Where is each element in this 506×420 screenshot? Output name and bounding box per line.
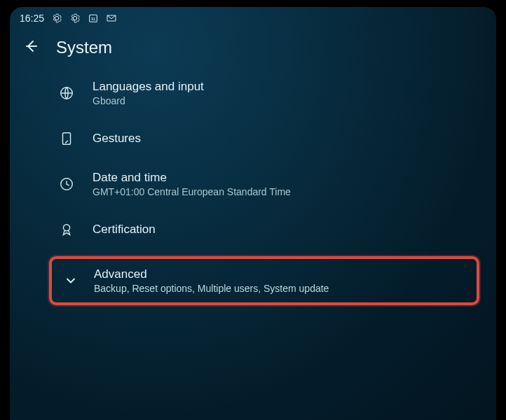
setting-label: Date and time (93, 171, 291, 185)
svg-rect-3 (63, 133, 71, 145)
page-title: System (56, 38, 112, 57)
svg-point-5 (63, 225, 69, 231)
setting-date-time[interactable]: Date and time GMT+01:00 Central European… (52, 161, 489, 207)
clock-icon (59, 176, 74, 192)
setting-label: Languages and input (93, 80, 204, 94)
setting-text: Advanced Backup, Reset options, Multiple… (94, 267, 329, 294)
setting-sublabel: GMT+01:00 Central European Standard Time (93, 186, 291, 197)
setting-languages-input[interactable]: Languages and input Gboard (52, 70, 489, 116)
setting-gestures[interactable]: Gestures (52, 116, 489, 161)
setting-sublabel: Gboard (93, 95, 204, 106)
ribbon-icon (59, 222, 74, 237)
setting-text: Date and time GMT+01:00 Central European… (93, 171, 291, 197)
gmail-icon (106, 13, 117, 24)
device-frame: 16:25 31 System (0, 0, 506, 420)
gestures-icon (59, 131, 74, 146)
highlight-box: Advanced Backup, Reset options, Multiple… (49, 256, 479, 305)
setting-text: Certification (93, 223, 156, 237)
calendar-icon: 31 (88, 13, 99, 24)
chevron-down-icon (63, 273, 78, 288)
back-button[interactable] (22, 38, 39, 57)
status-time: 16:25 (20, 13, 44, 24)
svg-text:31: 31 (91, 17, 96, 21)
status-bar: 16:25 31 (10, 7, 496, 27)
screen: 16:25 31 System (10, 7, 496, 420)
gear-icon (51, 13, 62, 24)
settings-list: Languages and input Gboard Gestures Date… (10, 70, 496, 305)
setting-certification[interactable]: Certification (52, 207, 489, 252)
setting-sublabel: Backup, Reset options, Multiple users, S… (94, 283, 329, 294)
gear-icon (69, 13, 81, 24)
header: System (10, 27, 496, 70)
setting-label: Certification (93, 223, 156, 237)
globe-icon (59, 85, 74, 101)
setting-label: Gestures (93, 132, 141, 146)
setting-label: Advanced (94, 267, 329, 281)
setting-advanced[interactable]: Advanced Backup, Reset options, Multiple… (55, 260, 474, 301)
setting-text: Languages and input Gboard (93, 80, 204, 106)
setting-text: Gestures (93, 132, 141, 146)
